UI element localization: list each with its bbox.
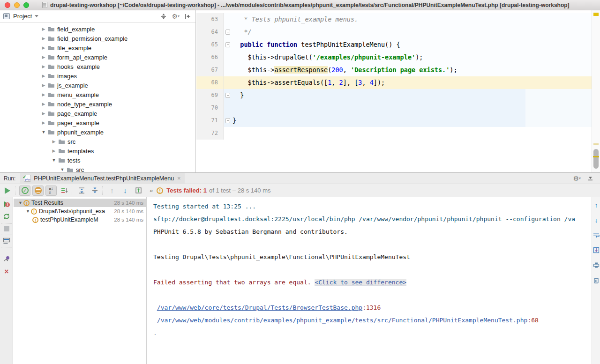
- tree-item-label: hooks_example: [57, 63, 100, 70]
- soft-wrap-icon[interactable]: [592, 231, 600, 239]
- chevron-right-icon[interactable]: ▶: [40, 92, 47, 97]
- project-view-title[interactable]: Project: [13, 13, 32, 20]
- rerun-button[interactable]: [2, 186, 13, 196]
- test-console-output[interactable]: Testing started at 13:25 ... sftp://dock…: [147, 197, 592, 364]
- see-difference-link[interactable]: <Click to see difference>: [315, 279, 406, 286]
- import-test-results-button[interactable]: [133, 186, 144, 196]
- expand-all-button[interactable]: [76, 186, 87, 196]
- editor-line-68-highlighted: 68 $this->assertEquals([1, 2], [3, 4]);: [196, 76, 592, 89]
- code-text: ,: [331, 79, 339, 86]
- close-tab-icon[interactable]: ×: [177, 175, 181, 182]
- chevron-right-icon[interactable]: ▶: [40, 27, 47, 31]
- tree-item-pager-example[interactable]: ▶pager_example: [0, 118, 195, 127]
- test-method-row[interactable]: ! testPhpUnitExampleM 28 s 140 ms: [14, 215, 146, 224]
- line-number: 71: [196, 114, 224, 127]
- editor-error-stripe[interactable]: [592, 10, 600, 172]
- tree-item-phpunit-example[interactable]: ▼phpunit_example: [0, 127, 195, 137]
- fold-marker-icon[interactable]: [225, 30, 230, 35]
- tree-item-field-example[interactable]: ▶field_example: [0, 24, 195, 34]
- chevron-right-icon[interactable]: ▶: [40, 120, 47, 125]
- chevron-right-icon[interactable]: ▶: [40, 74, 47, 78]
- chevron-right-icon[interactable]: ▶: [40, 83, 47, 88]
- stacktrace-file-link[interactable]: /var/www/web/core/tests/Drupal/Tests/Bro…: [157, 304, 362, 311]
- tree-item-templates[interactable]: ▶templates: [0, 146, 195, 156]
- chevron-down-icon[interactable]: ▼: [17, 201, 23, 205]
- tree-item-label: images: [57, 73, 77, 80]
- stop-icon[interactable]: [2, 224, 11, 233]
- tree-item-hooks-example[interactable]: ▶hooks_example: [0, 62, 195, 71]
- rerun-failed-tests-icon[interactable]: !: [2, 200, 11, 208]
- chevron-right-icon[interactable]: ▶: [40, 36, 47, 41]
- previous-failed-test-button[interactable]: ↑: [106, 186, 118, 196]
- chevron-right-icon[interactable]: ▶: [40, 111, 47, 116]
- scroll-to-end-icon[interactable]: [592, 246, 600, 254]
- fold-marker-icon[interactable]: [225, 118, 230, 123]
- hide-panel-icon[interactable]: [184, 13, 191, 20]
- chevron-right-icon[interactable]: ▶: [51, 139, 57, 144]
- tree-item-page-example[interactable]: ▶page_example: [0, 109, 195, 118]
- chevron-right-icon[interactable]: ▶: [40, 64, 47, 69]
- next-failed-test-button[interactable]: ↓: [120, 186, 131, 196]
- tree-item-field-permission-example[interactable]: ▶field_permission_example: [0, 34, 195, 43]
- chevron-down-icon[interactable]: ▼: [59, 167, 66, 172]
- ide-window: drupal-testing-workshop [~/Code/os/drupa…: [0, 0, 600, 364]
- fold-marker-icon[interactable]: [225, 42, 230, 47]
- chevron-down-icon[interactable]: ▼: [25, 209, 31, 214]
- show-passed-toggle[interactable]: ✓: [19, 186, 30, 196]
- chevron-down-icon[interactable]: ▼: [51, 158, 57, 163]
- tree-item-tests[interactable]: ▼tests: [0, 156, 195, 165]
- scroll-from-source-icon[interactable]: [160, 13, 167, 20]
- fold-marker-icon[interactable]: [225, 93, 230, 98]
- stacktrace-file-link[interactable]: /var/www/web/modules/contrib/examples/ph…: [157, 317, 528, 324]
- gear-icon[interactable]: ⚙▾: [573, 175, 581, 182]
- show-ignored-toggle[interactable]: [32, 186, 44, 196]
- assertion-failure-text: Failed asserting that two arrays are equ…: [153, 279, 315, 286]
- down-stack-trace-icon[interactable]: ↓: [592, 216, 600, 224]
- console-right-toolbar: ↑ ↓: [592, 197, 600, 364]
- line-number: 69: [196, 89, 224, 102]
- close-icon[interactable]: ×: [2, 267, 11, 276]
- zoom-window-button[interactable]: [23, 2, 29, 8]
- tree-item-node-type-example[interactable]: ▶node_type_example: [0, 99, 195, 109]
- tree-item-menu-example[interactable]: ▶menu_example: [0, 90, 195, 99]
- tree-item-form-api-example[interactable]: ▶form_api_example: [0, 52, 195, 62]
- folder-icon: [48, 129, 55, 135]
- up-stack-trace-icon[interactable]: ↑: [592, 201, 600, 209]
- restore-layout-icon[interactable]: [2, 237, 11, 245]
- editor-scrollbar-thumb[interactable]: [593, 149, 599, 169]
- chevron-right-icon[interactable]: ▶: [40, 55, 47, 59]
- run-configuration-tab[interactable]: php✓ PHPUnitExampleMenuTest.testPhpUnitE…: [20, 173, 184, 184]
- code-editor[interactable]: 63 * Tests phpunit_example menus. 64 */ …: [196, 10, 600, 172]
- tree-item-images[interactable]: ▶images: [0, 71, 195, 81]
- pin-tab-icon[interactable]: [2, 254, 11, 263]
- sort-by-duration-toggle[interactable]: [59, 186, 70, 196]
- print-icon[interactable]: [592, 261, 600, 269]
- chevron-down-icon[interactable]: [35, 15, 38, 17]
- clear-all-icon[interactable]: [592, 276, 600, 284]
- warnings-indicator[interactable]: [593, 13, 599, 16]
- tree-item-js-example[interactable]: ▶js_example: [0, 81, 195, 90]
- chevron-right-icon[interactable]: ▶: [40, 45, 47, 50]
- test-results-root-row[interactable]: ▼ ! Test Results 28 s 140 ms: [14, 199, 146, 207]
- warning-mark[interactable]: [593, 156, 599, 157]
- more-actions-chevrons[interactable]: »: [150, 187, 153, 194]
- toggle-auto-test-icon[interactable]: [2, 212, 11, 221]
- collapse-all-button[interactable]: [89, 186, 100, 196]
- tree-item-src[interactable]: ▶src: [0, 137, 195, 146]
- chevron-right-icon[interactable]: ▶: [51, 149, 57, 153]
- test-class-row[interactable]: ▼ ! Drupal\Tests\phpunit_exa 28 s 140 ms: [14, 207, 146, 215]
- tree-item-file-example[interactable]: ▶file_example: [0, 43, 195, 52]
- chevron-down-icon[interactable]: ▼: [40, 130, 47, 134]
- stacktrace-line-number: :68: [527, 317, 538, 324]
- hide-tool-window-icon[interactable]: [587, 175, 593, 181]
- minimize-window-button[interactable]: [14, 2, 20, 8]
- run-content: ! × ▼ !: [0, 197, 600, 364]
- close-window-button[interactable]: [5, 2, 10, 8]
- chevron-right-icon[interactable]: ▶: [40, 102, 47, 106]
- gear-icon[interactable]: ⚙▾: [172, 13, 180, 20]
- console-blank-line: [147, 238, 592, 251]
- warning-mark[interactable]: [593, 143, 599, 145]
- tree-item-tests-src[interactable]: ▼src: [0, 165, 195, 172]
- sort-alphabetically-toggle[interactable]: a↓z: [45, 186, 57, 196]
- test-duration: 28 s 140 ms: [112, 199, 143, 207]
